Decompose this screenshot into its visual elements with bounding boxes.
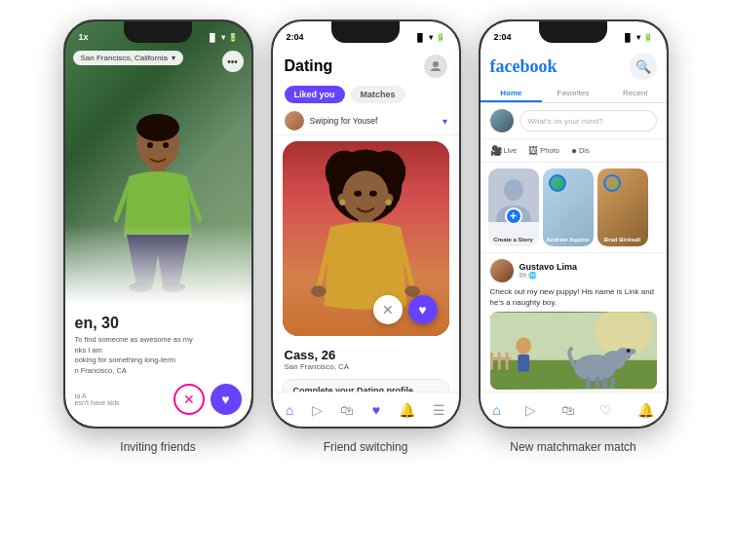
- swiping-selector[interactable]: Swiping for Yousef ▾: [273, 107, 459, 135]
- fb-post-meta: 8h 🌐: [519, 272, 578, 280]
- swiping-avatar: [285, 111, 304, 131]
- profile-desc: To find someone as awesome as my nks I a…: [75, 335, 242, 376]
- fb-nav-home-icon[interactable]: ⌂: [492, 402, 500, 418]
- fb-poster-name: Gustavo Lima: [519, 262, 578, 272]
- menu-button[interactable]: •••: [222, 51, 244, 72]
- fb-nav-bell-icon[interactable]: 🔔: [637, 402, 654, 418]
- chevron-down-icon: ▾: [172, 54, 175, 62]
- status-icons3: ▐▌▾🔋: [622, 33, 652, 42]
- brad-avatar: [603, 174, 621, 192]
- notch2: [331, 21, 400, 43]
- nav-video-icon[interactable]: ▷: [312, 402, 323, 418]
- notch: [124, 21, 192, 43]
- card-dislike-button[interactable]: ✕: [373, 295, 403, 324]
- captions: Inviting friends Friend switching New ma…: [0, 429, 731, 466]
- svg-rect-32: [602, 378, 607, 390]
- post-placeholder: What's on your mind?: [528, 117, 603, 126]
- post-photo: [490, 312, 657, 390]
- fb-tab-favorites[interactable]: Favorites: [542, 84, 604, 102]
- globe-icon: 🌐: [528, 272, 537, 279]
- svg-rect-33: [610, 378, 615, 390]
- live-label: Live: [504, 146, 518, 155]
- photo-label: Photo: [540, 146, 559, 155]
- nav-store-icon[interactable]: 🛍: [340, 402, 354, 418]
- dating-title: Dating: [285, 57, 333, 75]
- card-person-name: Cass, 26: [285, 348, 447, 362]
- svg-rect-40: [518, 355, 529, 372]
- fb-photo-button[interactable]: 🖼 Photo: [524, 143, 563, 158]
- fb-post-box: What's on your mind?: [481, 103, 667, 139]
- nav-bell-icon[interactable]: 🔔: [399, 402, 415, 418]
- fb-post: Gustavo Lima 8h 🌐 Check out my new puppy…: [481, 253, 667, 395]
- profile-icon[interactable]: [424, 55, 447, 78]
- profile-info: en, 30 To find someone as awesome as my …: [75, 314, 242, 415]
- svg-rect-37: [505, 353, 508, 370]
- andrew-story-card[interactable]: Andrew Aquino: [543, 168, 594, 246]
- fb-dis-button[interactable]: ● Dis: [567, 143, 594, 158]
- fb-bottom-nav: ⌂ ▷ 🛍 ♡ 🔔: [481, 392, 667, 427]
- svg-point-20: [311, 285, 327, 297]
- svg-point-12: [342, 170, 388, 220]
- caption-phone1: Inviting friends: [63, 440, 253, 454]
- andrew-avatar: [549, 174, 566, 192]
- fb-post-input[interactable]: What's on your mind?: [519, 110, 657, 131]
- profile-card: ✕ ♥: [283, 141, 449, 336]
- svg-point-39: [516, 338, 531, 355]
- fb-post-image: [490, 312, 657, 390]
- fb-search-button[interactable]: 🔍: [630, 53, 657, 80]
- bottom-nav2: ⌂ ▷ 🛍 ♥ 🔔 ☰: [273, 392, 459, 427]
- dislike-button[interactable]: ✕: [173, 384, 205, 415]
- fb-nav-store-icon[interactable]: 🛍: [561, 402, 575, 418]
- phones-container: 1x ▐▌▾🔋 San Francisco, California ▾ ••• …: [0, 0, 731, 429]
- svg-point-17: [354, 191, 362, 197]
- svg-point-5: [147, 142, 153, 148]
- create-story-card[interactable]: + Create a Story: [488, 168, 539, 246]
- status-time3: 2:04: [494, 32, 512, 42]
- location-pill[interactable]: San Francisco, California ▾: [73, 51, 183, 65]
- phone-friend-switching: 2:04 ▐▌▾🔋 Dating Liked you Matches: [271, 19, 461, 429]
- brad-label: Brad Birdsall: [597, 237, 648, 243]
- caption-phone2: Friend switching: [271, 440, 461, 454]
- fb-tab-home[interactable]: Home: [481, 84, 543, 102]
- nav-heart-icon[interactable]: ♥: [372, 402, 380, 418]
- fb-live-button[interactable]: 🎥 Live: [486, 143, 521, 158]
- svg-rect-38: [490, 357, 511, 360]
- brad-story-card[interactable]: Brad Birdsall: [597, 168, 648, 246]
- status-time2: 2:04: [287, 32, 304, 42]
- fb-post-actions: 🎥 Live 🖼 Photo ● Dis: [481, 139, 667, 163]
- more-icon: •••: [227, 56, 238, 67]
- fb-nav-heart-icon[interactable]: ♡: [599, 402, 612, 418]
- svg-rect-30: [585, 378, 590, 390]
- svg-rect-36: [497, 353, 500, 370]
- svg-point-6: [163, 142, 169, 148]
- card-person-location: San Francisco, CA: [285, 362, 447, 371]
- matches-tab[interactable]: Matches: [351, 86, 405, 103]
- nav-menu-icon[interactable]: ☰: [433, 402, 445, 418]
- status-icons: ▐▌▾🔋: [207, 33, 237, 42]
- svg-point-15: [339, 200, 345, 205]
- fb-poster-info: Gustavo Lima 8h 🌐: [519, 262, 578, 280]
- fb-header: facebook 🔍: [481, 49, 667, 84]
- card-person-info: Cass, 26 San Francisco, CA: [273, 342, 459, 375]
- card-like-button[interactable]: ♥: [408, 295, 438, 324]
- profile-name: en, 30: [75, 314, 242, 332]
- fb-tab-recent[interactable]: Recent: [604, 84, 667, 102]
- dis-label: Dis: [579, 146, 590, 155]
- fb-user-avatar: [490, 109, 514, 132]
- dating-tabs: Liked you Matches: [273, 82, 459, 107]
- create-story-label: Create a Story: [488, 237, 539, 243]
- fb-nav-video-icon[interactable]: ▷: [525, 402, 536, 418]
- story-plus-icon: +: [505, 207, 522, 225]
- svg-point-22: [504, 179, 523, 201]
- fb-post-header: Gustavo Lima 8h 🌐: [490, 259, 657, 282]
- dating-header: Dating: [273, 49, 459, 82]
- status-time: 1x: [79, 32, 89, 42]
- caption-phone3: New matchmaker match: [479, 440, 669, 454]
- card-action-buttons: ✕ ♥: [373, 295, 438, 324]
- nav-home-icon[interactable]: ⌂: [286, 402, 293, 418]
- liked-you-tab[interactable]: Liked you: [285, 86, 345, 103]
- phone-inviting-friends: 1x ▐▌▾🔋 San Francisco, California ▾ ••• …: [63, 19, 253, 429]
- location-text: San Francisco, California: [81, 54, 168, 62]
- andrew-label: Andrew Aquino: [543, 237, 594, 243]
- like-button[interactable]: ♥: [211, 384, 242, 415]
